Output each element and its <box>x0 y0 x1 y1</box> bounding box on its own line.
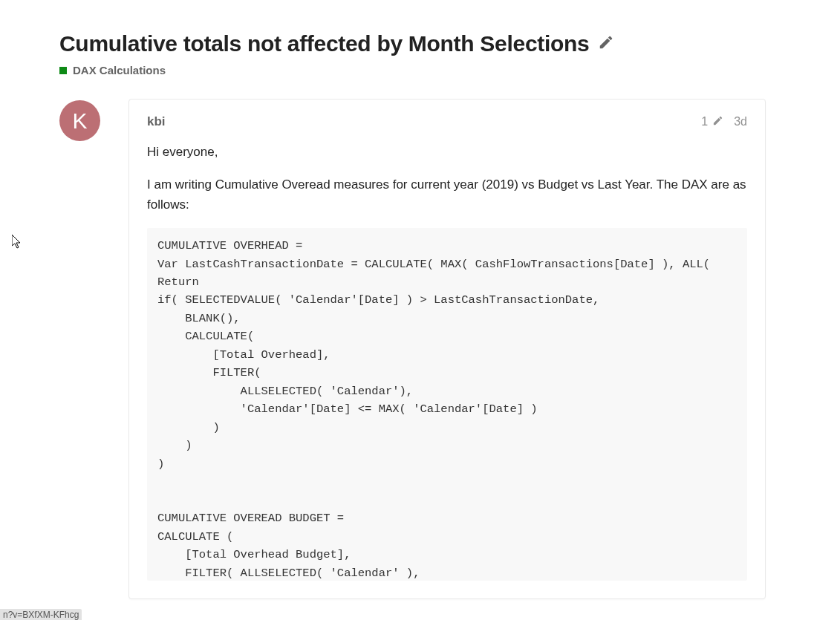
post-username[interactable]: kbi <box>147 114 166 129</box>
post-greeting: Hi everyone, <box>147 143 747 162</box>
category-color-badge <box>59 67 67 74</box>
url-preview: n?v=BXfXM-KFhcg <box>0 609 82 620</box>
post-intro: I am writing Cumulative Overead measures… <box>147 175 747 215</box>
edit-count[interactable]: 1 <box>701 115 708 128</box>
category-name: DAX Calculations <box>73 64 166 76</box>
edit-history-icon[interactable] <box>712 115 723 129</box>
post-card: kbi 1 3d Hi everyone, I am writing Cumul… <box>128 99 766 599</box>
code-block[interactable]: CUMULATIVE OVERHEAD = Var LastCashTransa… <box>147 228 747 581</box>
topic-title: Cumulative totals not affected by Month … <box>59 31 589 56</box>
avatar[interactable]: K <box>59 100 100 141</box>
category-link[interactable]: DAX Calculations <box>59 64 766 76</box>
edit-title-icon[interactable] <box>598 34 614 53</box>
post-timestamp[interactable]: 3d <box>734 115 747 128</box>
